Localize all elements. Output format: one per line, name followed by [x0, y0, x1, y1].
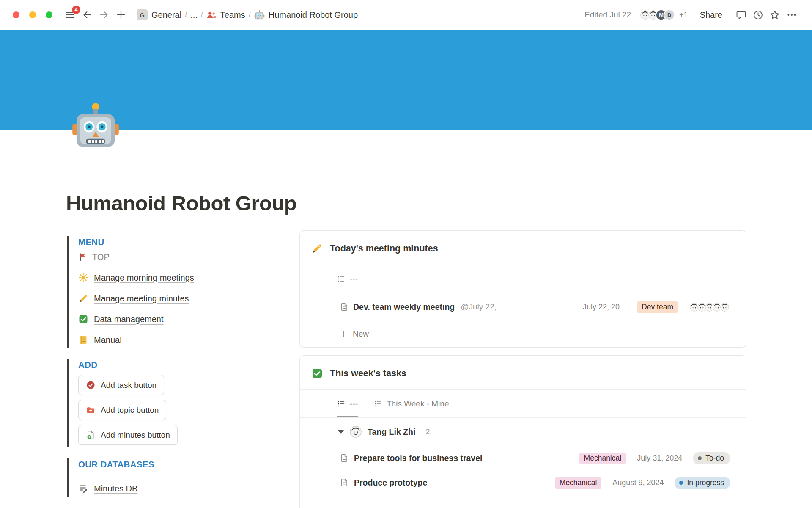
- weekly-tasks-card: This week's tasks --- This Week - Mine: [299, 355, 746, 508]
- meeting-card-header: Today's meeting minutes: [300, 231, 746, 265]
- tasks-card-title[interactable]: This week's tasks: [330, 368, 406, 379]
- teams-icon: [206, 10, 217, 20]
- sun-icon: [78, 273, 88, 283]
- edited-label: Edited Jul 22: [584, 10, 631, 19]
- due-date: August 9, 2024: [612, 478, 664, 487]
- meeting-view-tabs: ---: [300, 265, 746, 293]
- category-tag: Mechanical: [555, 477, 602, 489]
- robot-icon: [254, 10, 265, 20]
- list-view-icon: [337, 275, 346, 283]
- new-meeting-button[interactable]: New: [300, 321, 746, 347]
- database-item-minutes-db[interactable]: Minutes DB: [78, 482, 285, 495]
- menu-heading: MENU: [78, 237, 285, 247]
- menu-item-morning-meetings[interactable]: Manage morning meetings: [78, 271, 285, 284]
- minutes-db-icon: [78, 483, 88, 494]
- button-label: Add task button: [101, 381, 156, 390]
- status-badge: In progress: [675, 477, 730, 489]
- group-count: 2: [425, 428, 430, 436]
- workspace-icon: G: [137, 9, 148, 20]
- divider: [78, 474, 256, 474]
- titlebar: 4 G General / ... / Teams / Humanoid Rob…: [0, 0, 812, 30]
- menu-section: MENU TOP Manage morning meetings Manage …: [67, 236, 285, 348]
- ellipsis-label: ...: [190, 10, 198, 20]
- minimize-button[interactable]: [29, 11, 36, 18]
- plus-icon: [115, 9, 126, 20]
- breadcrumb-separator: /: [248, 11, 251, 19]
- breadcrumb: G General / ... / Teams / Humanoid Robot…: [134, 8, 361, 22]
- tab-label: ---: [350, 274, 358, 284]
- button-label: Add topic button: [101, 406, 159, 415]
- ellipsis-icon: [786, 9, 797, 20]
- menu-item-label: Data management: [94, 315, 164, 324]
- collapse-toggle-icon[interactable]: [338, 430, 344, 434]
- zoom-button[interactable]: [46, 11, 52, 18]
- databases-heading: OUR DATABASES: [78, 459, 285, 469]
- share-button[interactable]: Share: [696, 8, 727, 22]
- date-mention: @July 22, ...: [461, 302, 505, 312]
- tasks-view-tab-all[interactable]: ---: [337, 390, 358, 417]
- avatar[interactable]: D: [664, 9, 675, 21]
- back-button[interactable]: [79, 6, 96, 23]
- check-mark-icon: [311, 367, 323, 379]
- add-topic-button[interactable]: Add topic button: [78, 400, 166, 420]
- group-name[interactable]: Tang Lik Zhi: [368, 427, 415, 437]
- task-row-properties: Mechanical August 9, 2024 In progress: [555, 477, 730, 489]
- meeting-row[interactable]: Dev. team weekly meeting @July 22, ... J…: [300, 293, 746, 321]
- history-button[interactable]: [749, 6, 766, 23]
- page-title[interactable]: Humanoid Robot Group: [66, 130, 746, 215]
- add-section: ADD Add task button Add topic button Add…: [67, 359, 285, 447]
- breadcrumb-separator: /: [200, 11, 203, 19]
- menu-item-meeting-minutes[interactable]: Manage meeting minutes: [78, 292, 285, 305]
- comments-button[interactable]: [732, 6, 749, 23]
- arrow-left-icon: [82, 9, 93, 20]
- add-task-button[interactable]: Add task button: [78, 375, 164, 395]
- new-tab-button[interactable]: [112, 6, 129, 23]
- comment-icon: [736, 10, 746, 20]
- page-icon: [340, 302, 349, 312]
- close-button[interactable]: [13, 11, 19, 18]
- meeting-minutes-card: Today's meeting minutes --- Dev. team we…: [299, 230, 746, 348]
- more-button[interactable]: [783, 6, 800, 23]
- avatar-overflow-count[interactable]: +1: [679, 11, 688, 19]
- task-row[interactable]: Prepare tools for business travel Mechan…: [300, 446, 746, 470]
- content-columns: MENU TOP Manage morning meetings Manage …: [66, 230, 746, 508]
- flag-icon: [78, 252, 88, 262]
- task-title[interactable]: Produce prototype: [354, 478, 550, 488]
- menu-item-manual[interactable]: Manual: [78, 334, 285, 346]
- meeting-view-tab[interactable]: ---: [337, 265, 358, 293]
- menu-item-label: Manage meeting minutes: [94, 294, 189, 304]
- databases-section: OUR DATABASES Minutes DB: [67, 458, 285, 497]
- favorite-button[interactable]: [766, 6, 783, 23]
- titlebar-right: Edited Jul 22 M D +1 Share: [584, 6, 800, 23]
- status-label: In progress: [687, 478, 724, 487]
- right-column: Today's meeting minutes --- Dev. team we…: [299, 230, 746, 508]
- breadcrumb-teams[interactable]: Teams: [203, 8, 248, 22]
- menu-item-data-management[interactable]: Data management: [78, 313, 285, 326]
- attendee-avatars: [689, 302, 730, 312]
- tab-label: This Week - Mine: [387, 399, 449, 409]
- menu-item-label: Manage morning meetings: [94, 273, 194, 283]
- add-minutes-button[interactable]: Add minutes button: [78, 425, 178, 445]
- breadcrumb-separator: /: [184, 11, 187, 19]
- team-tag: Dev team: [637, 301, 678, 313]
- task-row[interactable]: Produce prototype Mechanical August 9, 2…: [300, 470, 746, 495]
- menu-item-top[interactable]: TOP: [78, 251, 285, 263]
- writing-hand-icon: [311, 243, 323, 254]
- meeting-card-title[interactable]: Today's meeting minutes: [330, 243, 438, 254]
- page-cover[interactable]: [0, 30, 812, 130]
- left-column: MENU TOP Manage morning meetings Manage …: [66, 230, 285, 497]
- meeting-title[interactable]: Dev. team weekly meeting: [353, 302, 455, 312]
- breadcrumb-page[interactable]: Humanoid Robot Group: [251, 8, 361, 22]
- category-tag: Mechanical: [579, 453, 626, 464]
- task-title[interactable]: Prepare tools for business travel: [354, 453, 574, 463]
- sidebar-toggle-button[interactable]: 4: [62, 6, 79, 23]
- breadcrumb-ellipsis[interactable]: ...: [187, 8, 200, 22]
- page-robot-icon[interactable]: [71, 102, 120, 151]
- status-dot: [679, 481, 683, 485]
- menu-item-label: TOP: [92, 252, 110, 262]
- forward-button[interactable]: [96, 6, 112, 23]
- task-row-properties: Mechanical July 31, 2024 To-do: [579, 452, 730, 464]
- status-badge: To-do: [693, 452, 730, 464]
- tasks-view-tab-this-week-mine[interactable]: This Week - Mine: [374, 390, 449, 417]
- breadcrumb-workspace[interactable]: G General: [134, 8, 184, 22]
